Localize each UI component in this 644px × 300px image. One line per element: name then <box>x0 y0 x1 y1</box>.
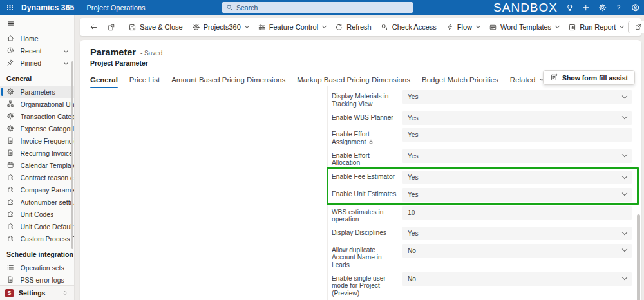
feature-control-button[interactable]: Feature Control <box>253 20 330 34</box>
app-area[interactable]: Project Operations <box>86 4 145 12</box>
form-body: Display Materials in Tracking View Yes E… <box>80 86 641 300</box>
word-template-icon <box>489 23 497 32</box>
share-button[interactable]: Share <box>628 21 644 33</box>
sidebar-item-operation-sets[interactable]: Operation sets <box>0 261 74 274</box>
field-enable-effort-assignment[interactable]: Yes <box>402 128 632 142</box>
sidebar-item-pss-error-logs[interactable]: PSS error logs <box>0 274 74 285</box>
field-display-disciplines[interactable]: Yes <box>402 227 632 240</box>
check-access-button[interactable]: Check Access <box>376 20 441 34</box>
key-magnifier-icon <box>381 23 389 32</box>
form-right-column: Display Materials in Tracking View Yes E… <box>332 90 632 300</box>
gear-icon <box>192 23 200 32</box>
chevron-down-icon <box>64 48 68 53</box>
document-icon <box>6 276 15 284</box>
show-form-fill-assist-button[interactable]: Show form fill assist <box>543 70 635 85</box>
sidebar-item-calendar-templates[interactable]: Calendar Templates <box>0 159 74 171</box>
refresh-button[interactable]: Refresh <box>330 20 376 34</box>
flow-button[interactable]: Flow <box>441 20 484 34</box>
field-enable-single-user-mode[interactable]: No <box>402 272 632 286</box>
field-label: Enable Effort Assignment <box>332 128 398 145</box>
refresh-icon <box>335 23 343 32</box>
command-bar: Save & Close Projects360 Feature Control… <box>80 18 641 36</box>
site-map-sidebar: Home Recent Pinned General Parameters Or… <box>0 15 75 300</box>
sidebar-item-contract-reason[interactable]: Contract reason c... <box>0 171 74 183</box>
flow-lightning-icon <box>446 23 454 32</box>
chevron-down-icon <box>622 93 627 98</box>
app-launcher-icon[interactable] <box>6 3 14 12</box>
chevron-down-icon <box>245 24 249 28</box>
save-icon <box>128 23 137 32</box>
sidebar-item-pinned[interactable]: Pinned <box>0 57 74 69</box>
search-input[interactable] <box>236 4 409 12</box>
report-icon <box>568 23 576 32</box>
sidebar-item-invoice-frequencies[interactable]: Invoice Frequencies <box>0 135 74 147</box>
sidebar-item-recurring-invoice[interactable]: Recurring Invoice ... <box>0 147 74 159</box>
back-arrow-icon <box>90 23 98 32</box>
chevron-down-icon <box>622 229 627 234</box>
sidebar-section-general: General <box>0 69 74 86</box>
field-label: Enable Effort Allocation <box>332 149 398 167</box>
home-icon <box>6 34 15 42</box>
form-assist-icon <box>550 73 558 82</box>
field-enable-fee-estimator[interactable]: Yes <box>402 171 632 184</box>
page-title: Parameter <box>90 47 136 57</box>
settings-footer[interactable]: S Settings <box>0 285 74 300</box>
field-label: Enable Fee Estimator <box>332 171 398 181</box>
lightbulb-icon[interactable] <box>565 3 574 12</box>
document-icon <box>6 149 15 157</box>
sidebar-item-company-parameters[interactable]: Company Parame... <box>0 183 74 196</box>
record-form-card: Parameter - Saved Project Parameter Gene… <box>80 40 641 300</box>
field-label: Display Disciplines <box>332 227 398 237</box>
help-icon[interactable] <box>614 3 623 12</box>
chevron-down-icon <box>620 24 624 28</box>
field-label: Display Materials in Tracking View <box>332 90 398 108</box>
chevron-down-icon <box>476 24 480 28</box>
puzzle-icon <box>6 185 15 194</box>
account-icon[interactable] <box>631 3 640 12</box>
sidebar-item-expense-categories[interactable]: Expense Categories <box>0 122 74 135</box>
sidebar-item-home[interactable]: Home <box>0 32 74 44</box>
save-status: - Saved <box>140 50 162 57</box>
sidebar-item-recent[interactable]: Recent <box>0 44 74 57</box>
word-templates-button[interactable]: Word Templates <box>484 20 564 34</box>
field-enable-unit-estimates[interactable]: Yes <box>402 188 632 202</box>
sliders-icon <box>258 23 266 32</box>
hamburger-menu-icon[interactable] <box>6 19 15 28</box>
save-and-close-button[interactable]: Save & Close <box>124 20 187 34</box>
sidebar-scroll-region: Home Recent Pinned General Parameters Or… <box>0 32 74 285</box>
settings-label: Settings <box>19 289 45 297</box>
search-icon <box>226 4 233 11</box>
gear-icon[interactable] <box>598 3 607 12</box>
sidebar-item-unit-codes[interactable]: Unit Codes <box>0 208 74 220</box>
expand-collapse-icon[interactable] <box>62 290 68 296</box>
app-title[interactable]: Dynamics 365 <box>21 3 74 12</box>
share-icon <box>634 23 642 31</box>
field-allow-duplicate-account-name[interactable]: No <box>402 244 632 258</box>
sidebar-item-transaction-categories[interactable]: Transaction Categ... <box>0 110 74 122</box>
field-label: Enable Unit Estimates <box>332 188 398 198</box>
sidebar-item-parameters[interactable]: Parameters <box>0 86 74 98</box>
plus-icon[interactable] <box>582 3 591 12</box>
lock-icon <box>368 138 374 145</box>
gear-icon <box>6 112 15 120</box>
top-navigation-bar: Dynamics 365 Project Operations SANDBOX <box>0 0 644 15</box>
run-report-button[interactable]: Run Report <box>564 20 628 34</box>
sidebar-scrollbar[interactable] <box>71 61 73 249</box>
form-scrollbar[interactable] <box>637 214 640 300</box>
field-wbs-estimates-in-operation[interactable]: 10 <box>402 206 632 220</box>
back-button[interactable] <box>85 20 102 34</box>
sidebar-item-autonumber-settings[interactable]: Autonumber setti... <box>0 196 74 208</box>
field-display-materials-tracking[interactable]: Yes <box>402 90 632 104</box>
open-in-new-window-button[interactable] <box>102 20 120 34</box>
field-enable-effort-allocation[interactable]: Yes <box>402 149 632 163</box>
form-row: Display Disciplines Yes <box>332 227 632 240</box>
field-enable-wbs-planner[interactable]: Yes <box>402 111 632 125</box>
calendar-icon <box>6 161 15 169</box>
projects360-button[interactable]: Projects360 <box>187 20 253 34</box>
sidebar-item-organizational-units[interactable]: Organizational Un... <box>0 98 74 110</box>
list-icon <box>6 263 15 272</box>
field-label: Enable single user mode for Project (Pre… <box>332 272 398 297</box>
global-search[interactable] <box>222 2 413 13</box>
sidebar-item-custom-process[interactable]: Custom Process E... <box>0 232 74 245</box>
sidebar-item-unit-code-defaults[interactable]: Unit Code Default... <box>0 220 74 232</box>
